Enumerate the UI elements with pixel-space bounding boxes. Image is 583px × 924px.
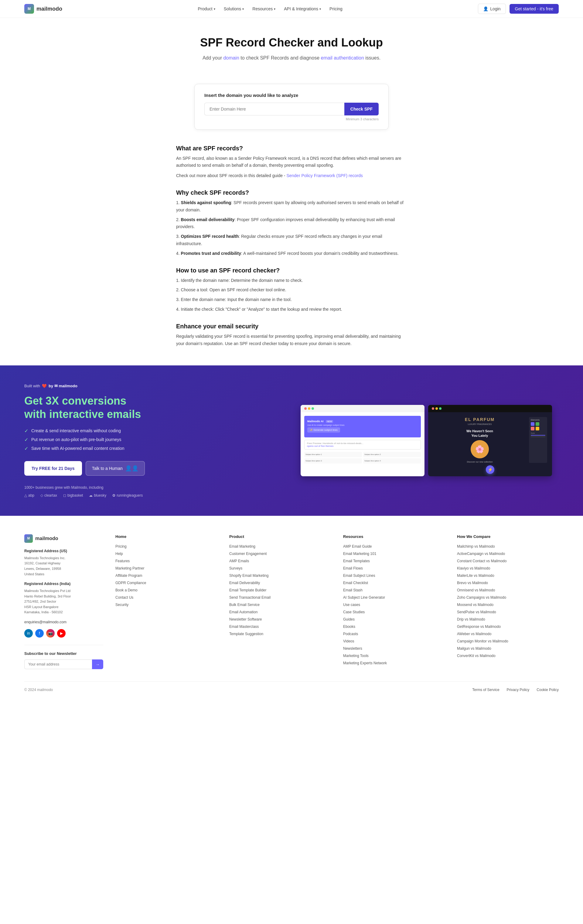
lightning-icon: ⚡: [486, 465, 494, 474]
instagram-icon[interactable]: 📷: [46, 629, 54, 638]
nav-logo[interactable]: M mailmodo: [24, 4, 62, 14]
newsletter-email-input[interactable]: [24, 660, 92, 669]
footer-link[interactable]: AMP Email Guide: [343, 544, 372, 549]
footer-link[interactable]: ActiveCampaign vs Mailmodo: [457, 552, 505, 556]
check-spf-button[interactable]: Check SPF: [344, 103, 379, 116]
footer-link-send-transactional[interactable]: Send Transactional Email: [229, 596, 270, 600]
footer-email[interactable]: enquiries@mailmodo.com: [24, 620, 103, 624]
footer-bottom-links: Terms of Service Privacy Policy Cookie P…: [472, 688, 559, 692]
footer-link[interactable]: Affiliate Program: [115, 574, 142, 578]
domain-link[interactable]: domain: [223, 55, 239, 61]
footer-link[interactable]: Book a Demo: [115, 588, 138, 592]
free-trial-button[interactable]: Try FREE for 21 Days: [24, 461, 82, 476]
nav-link-resources[interactable]: Resources ▾: [252, 7, 275, 11]
footer-link[interactable]: Drip vs Mailmodo: [457, 617, 485, 622]
footer-link[interactable]: Email Masterclass: [229, 624, 259, 629]
what-para-2: Check out more about SPF records in this…: [176, 172, 407, 180]
footer-link[interactable]: GetResponse vs Mailmodo: [457, 624, 501, 629]
footer-link[interactable]: Moosend vs Mailmodo: [457, 603, 493, 607]
footer-link[interactable]: Constant Contact vs Mailmodo: [457, 559, 506, 563]
footer-link[interactable]: Email Checklist: [343, 581, 368, 585]
footer-link[interactable]: Videos: [343, 639, 354, 644]
footer-link[interactable]: Marketing Experts Network: [343, 661, 387, 665]
nav-link-api[interactable]: API & Integrations ▾: [284, 7, 321, 11]
footer-link[interactable]: Newsletters: [343, 646, 362, 651]
cookie-link[interactable]: Cookie Policy: [537, 688, 559, 692]
footer-link[interactable]: GDPR Compliance: [115, 581, 146, 585]
list-item: Brevo vs Mailmodo: [457, 580, 559, 585]
list-item: Customer Engagement: [229, 551, 331, 556]
footer-link[interactable]: Podcasts: [343, 632, 358, 636]
terms-link[interactable]: Terms of Service: [472, 688, 499, 692]
footer-logo[interactable]: M mailmodo: [24, 534, 103, 543]
get-started-button[interactable]: Get started - it's free: [509, 4, 559, 14]
cta-buttons: Try FREE for 21 Days Talk to a Human 👤👤: [24, 461, 282, 476]
footer-link[interactable]: Omnisend vs Mailmodo: [457, 588, 495, 592]
footer-link-email-templates[interactable]: Email Templates: [343, 559, 370, 563]
footer-link-email-subject-lines[interactable]: Email Subject Lines: [343, 574, 375, 578]
cta-brand: by ✉ mailmodo: [49, 384, 77, 388]
footer-resources-links: AMP Email Guide Email Marketing 101 Emai…: [343, 544, 445, 665]
nav-link-solutions[interactable]: Solutions ▾: [224, 7, 244, 11]
footer-link[interactable]: Surveys: [229, 566, 242, 571]
facebook-icon[interactable]: f: [35, 629, 44, 638]
footer-link[interactable]: SendPulse vs Mailmodo: [457, 610, 496, 614]
footer-link[interactable]: Email Automation: [229, 610, 257, 614]
footer-link-email-template-builder[interactable]: Email Template Builder: [229, 588, 267, 592]
footer-link[interactable]: Newsletter Software: [229, 617, 262, 622]
footer-link-email-stash[interactable]: Email Stash: [343, 588, 362, 592]
list-item: Newsletters: [343, 646, 445, 651]
footer-link[interactable]: Shopify Email Marketing: [229, 574, 268, 578]
footer-link[interactable]: Template Suggestion: [229, 632, 263, 636]
footer-link[interactable]: Campaign Monitor vs Mailmodo: [457, 639, 508, 644]
footer-link[interactable]: Klaviyo vs Mailmodo: [457, 566, 490, 571]
footer-link[interactable]: Email Flows: [343, 566, 363, 571]
footer-link[interactable]: Email Marketing: [229, 544, 255, 549]
how-list: 1. Identify the domain name: Determine t…: [176, 277, 407, 313]
footer-link[interactable]: Security: [115, 603, 128, 607]
footer-link[interactable]: Contact Us: [115, 596, 133, 600]
footer-link[interactable]: AWeber vs Mailmodo: [457, 632, 491, 636]
spf-records-link[interactable]: Sender Policy Framework (SPF) records: [287, 173, 362, 178]
footer-link[interactable]: Zoho Campaigns vs Mailmodo: [457, 596, 506, 600]
footer-copyright: © 2024 mailmodo: [24, 688, 53, 692]
cta-heading: Get 3X conversions with interactive emai…: [24, 394, 282, 421]
footer-reg-us-title: Registered Address (US): [24, 549, 103, 553]
footer-link[interactable]: MailerLite vs Mailmodo: [457, 574, 494, 578]
nav-link-pricing[interactable]: Pricing: [329, 7, 343, 11]
login-button[interactable]: 👤 Login: [478, 3, 506, 14]
footer-link[interactable]: Email Deliverability: [229, 581, 260, 585]
footer-link[interactable]: Marketing Tools: [343, 653, 369, 658]
youtube-icon[interactable]: ▶: [57, 629, 66, 638]
email-auth-link[interactable]: email authentication: [321, 55, 364, 61]
chevron-down-icon: ▾: [274, 7, 275, 11]
footer-link[interactable]: ConvertKit vs Mailmodo: [457, 653, 496, 658]
footer-link[interactable]: Bulk Email Service: [229, 603, 260, 607]
ss-generate-btn[interactable]: ✨ Generate subject lines: [307, 427, 340, 432]
list-item: MailerLite vs Mailmodo: [457, 573, 559, 578]
linkedin-icon[interactable]: in: [24, 629, 33, 638]
footer-link[interactable]: Case Studies: [343, 610, 365, 614]
footer-link[interactable]: AMP Emails: [229, 559, 249, 563]
footer-link[interactable]: Features: [115, 559, 130, 563]
list-item: Email Marketing 101: [343, 551, 445, 556]
list-item: Surveys: [229, 566, 331, 571]
footer-link[interactable]: Pricing: [115, 544, 127, 549]
footer-link[interactable]: Mailgun vs Mailmodo: [457, 646, 491, 651]
footer-link[interactable]: AI Subject Line Generator: [343, 596, 385, 600]
footer-link[interactable]: Ebooks: [343, 624, 355, 629]
footer-link[interactable]: Brevo vs Mailmodo: [457, 581, 488, 585]
footer-link[interactable]: Guides: [343, 617, 355, 622]
privacy-link[interactable]: Privacy Policy: [507, 688, 530, 692]
talk-human-button[interactable]: Talk to a Human 👤👤: [86, 461, 145, 476]
nav-link-product[interactable]: Product ▾: [198, 7, 215, 11]
newsletter-submit-button[interactable]: →: [92, 660, 103, 669]
footer-link[interactable]: Customer Engagement: [229, 552, 267, 556]
list-item: Security: [115, 602, 217, 607]
footer-link[interactable]: Marketing Partner: [115, 566, 144, 571]
domain-input[interactable]: [204, 103, 344, 116]
footer-link[interactable]: Use cases: [343, 603, 360, 607]
footer-link[interactable]: Mailchimp vs Mailmodo: [457, 544, 495, 549]
footer-link[interactable]: Help: [115, 552, 123, 556]
footer-link[interactable]: Email Marketing 101: [343, 552, 376, 556]
